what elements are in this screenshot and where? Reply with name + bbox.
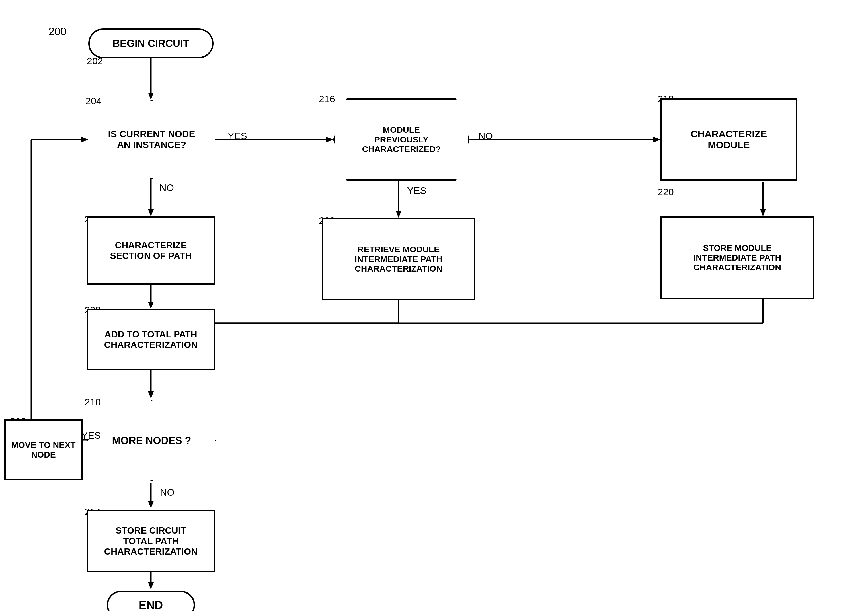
svg-marker-3 [326,136,333,143]
label-216: 216 [319,93,335,104]
svg-marker-1 [148,93,154,100]
label-210: 210 [85,397,101,408]
flowchart-diagram: 200 BEGIN CIRCUIT 202 204 IS CURRENT NOD… [0,0,868,611]
svg-marker-13 [396,211,401,218]
yes-label-1: YES [228,130,247,141]
is-instance-diamond [87,100,216,179]
svg-marker-29 [148,582,154,589]
svg-marker-5 [653,136,660,143]
move-next-node: MOVE TO NEXT NODE [4,419,82,480]
label-220: 220 [658,186,674,198]
yes-label-3: YES [81,430,101,441]
svg-marker-9 [148,302,154,309]
svg-marker-7 [148,209,154,216]
store-circuit-node: STORE CIRCUIT TOTAL PATH CHARACTERIZATIO… [87,510,215,572]
no-label-3: NO [160,487,175,498]
characterize-module-node: CHARACTERIZE MODULE [660,98,797,181]
no-label-1: NO [160,182,174,193]
characterize-section-node: CHARACTERIZE SECTION OF PATH [87,216,215,285]
retrieve-module-node: RETRIEVE MODULE INTERMEDIATE PATH CHARAC… [322,218,476,300]
add-to-total-node: ADD TO TOTAL PATH CHARACTERIZATION [87,309,215,370]
yes-label-2: YES [407,185,426,196]
label-204: 204 [85,95,102,107]
more-nodes-diamond [87,400,216,481]
no-label-2: NO [478,130,493,141]
svg-marker-27 [148,501,154,508]
store-module-node: STORE MODULE INTERMEDIATE PATH CHARACTER… [660,216,814,299]
label-202: 202 [87,56,103,67]
module-prev-hex [333,98,470,181]
end-node: END [107,591,195,611]
begin-circuit-node: BEGIN CIRCUIT [88,28,214,58]
svg-marker-11 [760,209,766,216]
diagram-number: 200 [48,26,66,38]
svg-marker-20 [148,391,154,399]
